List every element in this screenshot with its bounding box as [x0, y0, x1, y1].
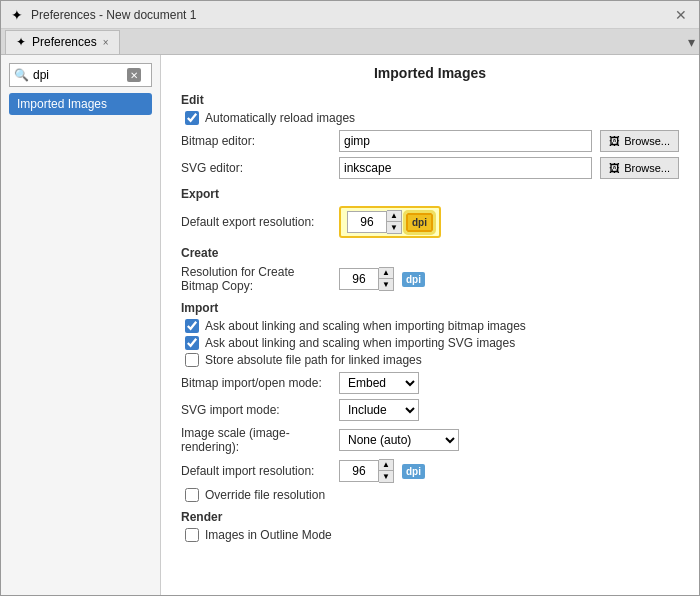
- tab-label: Preferences: [32, 35, 97, 49]
- export-resolution-badge: dpi: [406, 213, 433, 232]
- sidebar-item-label: Imported Images: [17, 97, 107, 111]
- title-bar-text: Preferences - New document 1: [31, 8, 196, 22]
- auto-reload-label: Automatically reload images: [205, 111, 355, 125]
- export-resolution-increment[interactable]: ▲: [387, 211, 401, 222]
- svg-import-mode-select[interactable]: Include Embed Link: [339, 399, 419, 421]
- search-icon: 🔍: [14, 68, 29, 82]
- image-scale-label: Image scale (image-rendering):: [181, 426, 331, 454]
- tab-dropdown-button[interactable]: ▾: [688, 34, 695, 50]
- import-check2-row: Ask about linking and scaling when impor…: [185, 336, 679, 350]
- preferences-tab[interactable]: ✦ Preferences ×: [5, 30, 120, 54]
- tab-close-button[interactable]: ×: [103, 37, 109, 48]
- outline-mode-label: Images in Outline Mode: [205, 528, 332, 542]
- default-import-res-badge: dpi: [402, 464, 425, 479]
- browse-icon: 🖼: [609, 135, 620, 147]
- override-res-checkbox[interactable]: [185, 488, 199, 502]
- export-resolution-decrement[interactable]: ▼: [387, 222, 401, 233]
- section-create-label: Create: [181, 246, 679, 260]
- bitmap-import-mode-label: Bitmap import/open mode:: [181, 376, 331, 390]
- create-bitmap-row: Resolution for Create Bitmap Copy: ▲ ▼ d…: [181, 265, 679, 293]
- tab-bar: ✦ Preferences × ▾: [1, 29, 699, 55]
- auto-reload-row: Automatically reload images: [185, 111, 679, 125]
- create-bitmap-spinner: ▲ ▼: [339, 267, 394, 291]
- bitmap-import-mode-row: Bitmap import/open mode: Embed Link: [181, 372, 679, 394]
- outline-mode-checkbox[interactable]: [185, 528, 199, 542]
- bitmap-import-mode-select[interactable]: Embed Link: [339, 372, 419, 394]
- bitmap-editor-browse-button[interactable]: 🖼 Browse...: [600, 130, 679, 152]
- image-scale-row: Image scale (image-rendering): None (aut…: [181, 426, 679, 454]
- section-edit-label: Edit: [181, 93, 679, 107]
- page-title: Imported Images: [181, 65, 679, 81]
- auto-reload-checkbox[interactable]: [185, 111, 199, 125]
- svg-import-mode-label: SVG import mode:: [181, 403, 331, 417]
- sidebar: 🔍 ✕ Imported Images: [1, 55, 161, 596]
- create-bitmap-badge: dpi: [402, 272, 425, 287]
- bitmap-editor-input[interactable]: [339, 130, 592, 152]
- export-resolution-highlight: ▲ ▼ dpi: [339, 206, 441, 238]
- import-check3-row: Store absolute file path for linked imag…: [185, 353, 679, 367]
- app-icon: ✦: [9, 7, 25, 23]
- svg-editor-input[interactable]: [339, 157, 592, 179]
- export-resolution-spinner: ▲ ▼: [347, 210, 402, 234]
- default-import-res-row: Default import resolution: ▲ ▼ dpi: [181, 459, 679, 483]
- create-bitmap-label: Resolution for Create Bitmap Copy:: [181, 265, 331, 293]
- import-check1-checkbox[interactable]: [185, 319, 199, 333]
- window-close-button[interactable]: ✕: [671, 5, 691, 25]
- default-import-res-spinner-buttons: ▲ ▼: [379, 459, 394, 483]
- tab-icon: ✦: [16, 35, 26, 49]
- bitmap-editor-label: Bitmap editor:: [181, 134, 331, 148]
- create-bitmap-input[interactable]: [339, 268, 379, 290]
- search-clear-button[interactable]: ✕: [127, 68, 141, 82]
- outline-mode-row: Images in Outline Mode: [185, 528, 679, 542]
- bitmap-editor-browse-label: Browse...: [624, 135, 670, 147]
- import-check3-label: Store absolute file path for linked imag…: [205, 353, 422, 367]
- svg-import-mode-row: SVG import mode: Include Embed Link: [181, 399, 679, 421]
- image-scale-select[interactable]: None (auto) Smooth Pixelated: [339, 429, 459, 451]
- override-res-row: Override file resolution: [185, 488, 679, 502]
- default-import-res-decrement[interactable]: ▼: [379, 471, 393, 482]
- override-res-label: Override file resolution: [205, 488, 325, 502]
- search-input[interactable]: [33, 68, 123, 82]
- import-check1-row: Ask about linking and scaling when impor…: [185, 319, 679, 333]
- main-layout: 🔍 ✕ Imported Images Imported Images Edit…: [1, 55, 699, 596]
- section-import-label: Import: [181, 301, 679, 315]
- title-bar: ✦ Preferences - New document 1 ✕: [1, 1, 699, 29]
- svg-editor-row: SVG editor: 🖼 Browse...: [181, 157, 679, 179]
- default-import-res-label: Default import resolution:: [181, 464, 331, 478]
- search-box[interactable]: 🔍 ✕: [9, 63, 152, 87]
- export-resolution-label: Default export resolution:: [181, 215, 331, 229]
- sidebar-item-imported-images[interactable]: Imported Images: [9, 93, 152, 115]
- create-bitmap-decrement[interactable]: ▼: [379, 279, 393, 290]
- svg-editor-browse-button[interactable]: 🖼 Browse...: [600, 157, 679, 179]
- export-resolution-input[interactable]: [347, 211, 387, 233]
- default-import-res-spinner: ▲ ▼: [339, 459, 394, 483]
- import-check2-checkbox[interactable]: [185, 336, 199, 350]
- title-bar-left: ✦ Preferences - New document 1: [9, 7, 196, 23]
- default-import-res-increment[interactable]: ▲: [379, 460, 393, 471]
- create-bitmap-increment[interactable]: ▲: [379, 268, 393, 279]
- section-render-label: Render: [181, 510, 679, 524]
- export-resolution-spinner-buttons: ▲ ▼: [387, 210, 402, 234]
- bitmap-editor-row: Bitmap editor: 🖼 Browse...: [181, 130, 679, 152]
- export-resolution-row: Default export resolution: ▲ ▼ dpi: [181, 206, 679, 238]
- import-check3-checkbox[interactable]: [185, 353, 199, 367]
- content-area: Imported Images Edit Automatically reloa…: [161, 55, 699, 596]
- default-import-res-input[interactable]: [339, 460, 379, 482]
- svg-editor-browse-label: Browse...: [624, 162, 670, 174]
- svg-editor-label: SVG editor:: [181, 161, 331, 175]
- browse-icon-2: 🖼: [609, 162, 620, 174]
- import-check2-label: Ask about linking and scaling when impor…: [205, 336, 515, 350]
- section-export-label: Export: [181, 187, 679, 201]
- create-bitmap-spinner-buttons: ▲ ▼: [379, 267, 394, 291]
- import-check1-label: Ask about linking and scaling when impor…: [205, 319, 526, 333]
